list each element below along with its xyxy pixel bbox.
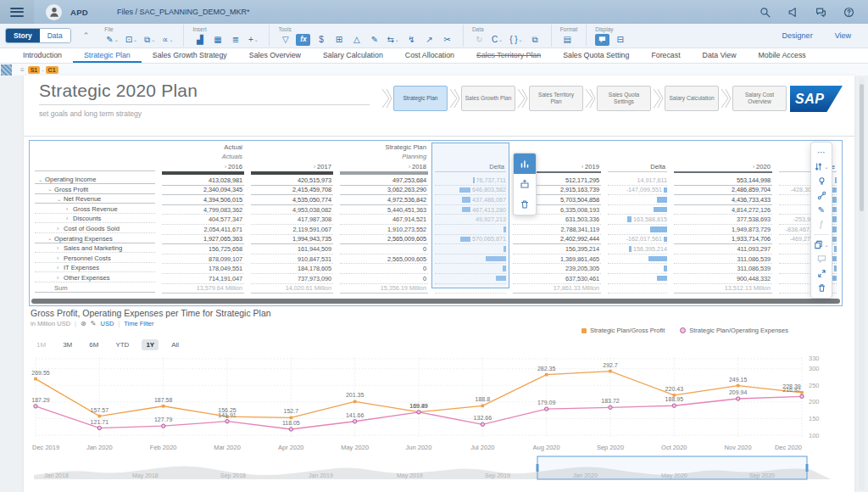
smart-discovery-icon[interactable]: ↯ [404,34,419,46]
expand-icon[interactable]: › [57,265,64,271]
delta-2018-cell[interactable] [431,244,509,254]
y2017-cell[interactable]: 420,515,973 [248,176,337,186]
announcement-icon[interactable] [787,7,798,18]
y2020-cell[interactable]: 377,538,693 [670,215,776,225]
y2016-cell[interactable]: 178,049,551 [159,264,248,274]
refresh-cloud-icon[interactable]: ↻ [472,34,487,46]
refresh-icon[interactable]: C⌄ [490,34,504,46]
move-icon[interactable]: ⇆⌄ [385,34,400,46]
y2017-cell[interactable]: 2,415,459,708 [248,186,337,196]
delta-2018-cell[interactable]: 570,065,871 [431,235,509,245]
tab-cost-allocation[interactable]: Cost Allocation [394,48,465,63]
version-actuals-label[interactable]: Actuals [222,153,242,160]
more-tools-icon[interactable]: ✂ [440,34,454,46]
y2019-cell[interactable]: 637,530,461 [509,274,604,284]
column-header-2017[interactable]: ›2017 [248,161,337,171]
jump-icon[interactable]: ↗ [422,34,437,46]
variance-icon[interactable]: △ [349,34,364,46]
delta-2018-cell[interactable] [431,225,509,235]
row-label-cell[interactable]: › Other Expenses [31,274,159,284]
group-plan-label[interactable]: Strategic Plan [385,143,426,151]
y2016-cell[interactable]: 13,579.64 Million [159,284,248,294]
navigator-handle-right[interactable] [806,464,809,472]
time-button-3m[interactable]: 3M [58,339,76,350]
discussion-icon[interactable] [815,7,826,18]
tab-sales-territory-plan[interactable]: Sales Territory Plan [465,48,552,63]
y2018-cell[interactable]: 4,972,536,842 [337,195,431,205]
filter-token-time[interactable]: Time Filter [124,320,153,327]
row-label-cell[interactable]: ⌄ Gross Profit [31,186,159,196]
flow-step-sales-territory-plan[interactable]: Sales Territory Plan [529,86,583,111]
y2019-cell[interactable]: 1,369,861,465 [509,254,604,265]
view-button[interactable]: View [835,31,851,40]
edit-icon[interactable]: ✎⌄ [104,34,120,46]
flow-step-sales-growth-plan[interactable]: Sales Growth Plan [461,86,515,111]
y2019-cell[interactable]: 156,395,214 [509,244,604,254]
add-text-icon[interactable]: ≣ [228,34,242,46]
column-header-2016[interactable]: ›2016 [159,161,248,171]
y2016-cell[interactable]: 878,099,107 [159,254,248,265]
smart-insights-icon[interactable] [811,174,832,188]
delta-2018-cell[interactable] [431,254,509,265]
delta-2018-cell[interactable] [431,284,509,294]
y2018-cell[interactable]: 497,253,684 [337,176,431,186]
y2017-cell[interactable]: 14,020.61 Million [248,284,337,294]
search-icon[interactable] [760,7,771,18]
time-button-6m[interactable]: 6M [85,339,103,350]
settings-icon[interactable]: ⊛ [81,320,86,327]
y2020-cell[interactable]: 900,448,332 [670,274,776,284]
planning-table-widget[interactable]: Actual Strategic Plan Actuals Planning ›… [29,140,843,306]
share-icon[interactable]: ∝⌄ [160,34,175,46]
delete-icon[interactable] [811,281,832,295]
y2017-cell[interactable]: 161,944,509 [248,244,337,254]
save-icon[interactable]: ⊡⌄ [124,34,139,46]
y2018-cell[interactable]: 2,565,009,605 [337,254,431,265]
delta-2019-cell[interactable] [604,284,670,294]
delete-icon[interactable] [514,194,536,215]
delta-2019-cell[interactable] [604,225,670,235]
y2016-cell[interactable]: 156,725,658 [159,244,248,254]
y2016-cell[interactable]: 4,394,506,015 [159,195,248,205]
y2018-cell[interactable]: 0 [337,274,431,284]
y2017-cell[interactable]: 4,535,050,774 [248,195,337,205]
formula-icon[interactable]: fx [296,34,310,46]
y2020-cell[interactable]: 4,814,272,126 [670,205,776,215]
edit-icon[interactable]: ✎ [91,320,97,327]
tab-sales-overview[interactable]: Sales Overview [238,48,312,63]
delta-2019-cell[interactable] [604,274,670,284]
y2018-cell[interactable]: 0 [337,244,431,254]
y2016-cell[interactable]: 4,799,083,362 [159,205,248,215]
row-label-cell[interactable]: › Personnel Costs [31,254,159,265]
y2019-cell[interactable]: 2,402,992,444 [509,235,604,245]
y2020-cell[interactable]: 411,093,297 [670,244,776,254]
line-chart[interactable]: 100150200250300330269.55157.57187.58156.… [29,352,843,454]
y2016-cell[interactable]: 404,577,347 [159,215,248,225]
expand-icon[interactable]: › [66,206,73,212]
formula-bar-icon[interactable]: ƒ [811,217,832,232]
tab-story[interactable]: Story [6,29,40,42]
delta-2019-cell[interactable] [604,195,670,205]
help-icon[interactable] [843,7,854,18]
duplicate-icon[interactable]: ⧉⌄ [142,34,157,46]
chart-type-icon[interactable] [514,154,536,174]
legend-item-1[interactable]: Strategic Plan/Operating Expenses [680,327,788,334]
delta-2019-cell[interactable]: 163,588,815 [604,215,670,225]
vertical-scrollbar-thumb[interactable] [860,84,864,211]
flow-step-sales-quota-settings[interactable]: Sales Quota Settings [597,86,651,111]
y2019-cell[interactable]: 631,503,336 [509,215,604,225]
tab-strategic-plan[interactable]: Strategic Plan [73,48,142,63]
legend-item-0[interactable]: Strategic Plan/Gross Profit [581,327,665,334]
y2019-cell[interactable]: 2,788,341,119 [509,225,604,235]
tab-salary-calculation[interactable]: Salary Calculation [312,48,394,63]
annotate-icon[interactable]: ✎ [367,34,381,46]
y2020-cell[interactable]: 1,933,714,706 [670,235,776,245]
collapse-icon[interactable]: ⌄ [47,235,54,242]
y2017-cell[interactable]: 2,119,591,067 [248,225,337,235]
y2020-cell[interactable]: 553,144,998 [670,176,776,186]
delta-2018-cell[interactable] [431,274,509,284]
designer-button[interactable]: Designer [782,31,813,40]
flow-step-salary-calculation[interactable]: Salary Calculation [665,86,719,111]
delta-2018-cell[interactable]: 646,803,582 [431,186,509,196]
status-badge-c1[interactable]: C1 [46,66,58,74]
y2020-cell[interactable]: 4,436,733,433 [670,195,776,205]
